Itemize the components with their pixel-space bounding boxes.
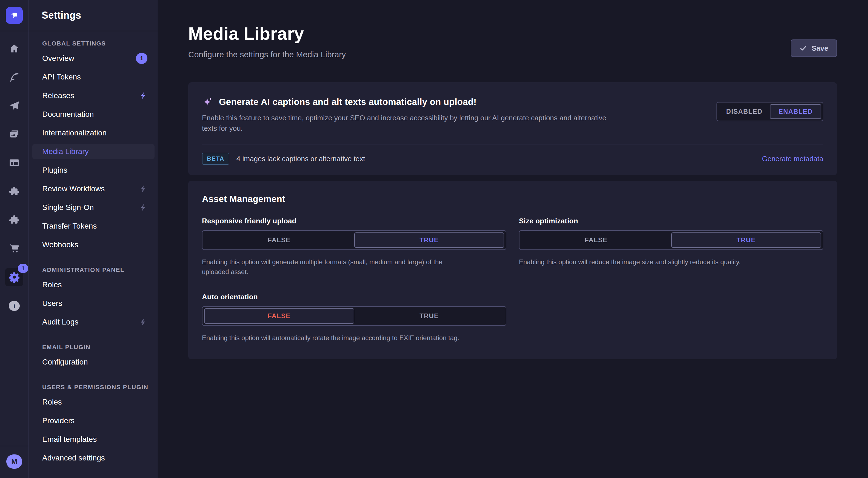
subnav-item-api-tokens[interactable]: API Tokens (32, 70, 155, 84)
user-avatar[interactable]: M (6, 454, 22, 469)
feather-icon (8, 71, 20, 83)
subnav-item-plugins[interactable]: Plugins (32, 163, 155, 178)
avatar-initial: M (11, 457, 17, 466)
subnav-item-releases[interactable]: Releases (32, 88, 155, 103)
subnav-item-email-templates[interactable]: Email templates (32, 432, 155, 447)
page-subtitle: Configure the settings for the Media Lib… (188, 50, 346, 59)
subnav-item-review-workflows[interactable]: Review Workflows (32, 181, 155, 196)
subnav-item-label: Documentation (42, 110, 94, 119)
subnav-section: GLOBAL SETTINGSOverview1API TokensReleas… (29, 40, 158, 252)
toggle-option-true[interactable]: TRUE (354, 308, 504, 324)
rail-home-button[interactable] (8, 42, 21, 55)
subnav-item-label: Audit Logs (42, 318, 79, 326)
toggle-option-false[interactable]: FALSE (204, 232, 354, 248)
lightning-bolt-icon (139, 92, 147, 100)
subnav-item-label: Overview (42, 54, 74, 63)
subnav-item-documentation[interactable]: Documentation (32, 107, 155, 122)
lightning-bolt-icon (139, 318, 147, 326)
subnav-section-label: USERS & PERMISSIONS PLUGIN (29, 384, 158, 391)
strapi-logo-icon (9, 10, 20, 21)
subnav-item-roles[interactable]: Roles (32, 395, 155, 410)
notification-count-badge: 1 (136, 53, 147, 64)
rail-puzzle-marketplace-button[interactable] (8, 213, 21, 227)
subnav-item-webhooks[interactable]: Webhooks (32, 237, 155, 252)
setting-field-size-optimization: Size optimizationFALSETRUEEnabling this … (519, 217, 823, 277)
banner-description: Enable this feature to save time, optimi… (202, 113, 608, 133)
rail-media-images-button[interactable] (8, 128, 21, 141)
save-button[interactable]: Save (791, 39, 837, 57)
banner-title: Generate AI captions and alt texts autom… (219, 97, 476, 107)
rail-feather-button[interactable] (8, 71, 21, 84)
subnav-item-label: Email templates (42, 435, 97, 444)
setting-field-auto-orientation: Auto orientationFALSETRUEEnabling this o… (202, 293, 506, 343)
asset-fields-grid: Responsive friendly uploadFALSETRUEEnabl… (202, 217, 823, 343)
subnav-item-label: Roles (42, 280, 62, 289)
paper-plane-icon (8, 100, 20, 112)
setting-field-label: Size optimization (519, 217, 823, 225)
rail-footer: M (0, 446, 29, 478)
ai-enabled-toggle: DISABLEDENABLED (716, 102, 823, 121)
setting-field-label: Responsive friendly upload (202, 217, 506, 225)
toggle-option-enabled[interactable]: ENABLED (770, 104, 821, 119)
info-icon: i (9, 301, 20, 311)
main-nav-rail: 1i M (0, 0, 29, 478)
subnav-item-users[interactable]: Users (32, 296, 155, 311)
subnav-item-label: Transfer Tokens (42, 222, 97, 231)
rail-paper-plane-button[interactable] (8, 99, 21, 112)
setting-field-label: Auto orientation (202, 293, 506, 301)
subnav-item-single-sign-on[interactable]: Single Sign-On (32, 200, 155, 215)
rail-settings-button[interactable]: 1 (5, 268, 23, 286)
subnav-item-label: Plugins (42, 166, 67, 175)
strapi-logo[interactable] (6, 7, 23, 24)
media-images-icon (8, 128, 20, 140)
rail-info-button[interactable]: i (8, 299, 21, 312)
subnav-item-label: Review Workflows (42, 184, 105, 193)
toggle-option-disabled[interactable]: DISABLED (719, 104, 770, 119)
layout-icon (8, 157, 20, 169)
rail-cart-button[interactable] (8, 242, 21, 255)
banner-divider (202, 144, 823, 144)
boolean-toggle: FALSETRUE (202, 306, 506, 326)
subnav-item-advanced-settings[interactable]: Advanced settings (32, 451, 155, 466)
subnav-section: ADMINISTRATION PANELRolesUsersAudit Logs (29, 266, 158, 329)
subnav-item-label: Providers (42, 416, 74, 425)
subnav-item-label: Advanced settings (42, 454, 105, 462)
subnav-section: USERS & PERMISSIONS PLUGINRolesProviders… (29, 384, 158, 466)
subnav-item-label: Configuration (42, 358, 88, 366)
subnav-item-audit-logs[interactable]: Audit Logs (32, 315, 155, 329)
check-icon (800, 44, 807, 52)
sparkle-icon (202, 96, 213, 108)
asset-management-title: Asset Management (202, 194, 823, 204)
setting-field-hint: Enabling this option will generate multi… (202, 257, 468, 277)
subnav-item-internationalization[interactable]: Internationalization (32, 125, 155, 140)
subnav-item-label: Releases (42, 91, 74, 100)
puzzle-icon (8, 185, 20, 197)
subnav-section-label: ADMINISTRATION PANEL (29, 266, 158, 273)
rail-puzzle-button[interactable] (8, 185, 21, 198)
setting-field-hint: Enabling this option will reduce the ima… (519, 257, 785, 267)
main-content: Media Library Configure the settings for… (158, 0, 868, 478)
subnav-item-overview[interactable]: Overview1 (32, 51, 155, 66)
gear-icon (8, 271, 20, 283)
toggle-option-false[interactable]: FALSE (521, 232, 671, 248)
settings-notification-badge: 1 (18, 264, 28, 273)
beta-badge: BETA (202, 153, 229, 165)
toggle-option-true[interactable]: TRUE (354, 232, 504, 248)
toggle-option-false[interactable]: FALSE (204, 308, 354, 324)
subnav-item-providers[interactable]: Providers (32, 413, 155, 428)
toggle-option-true[interactable]: TRUE (671, 232, 822, 248)
cart-icon (8, 243, 20, 254)
boolean-toggle: FALSETRUE (519, 230, 823, 250)
subnav-item-media-library[interactable]: Media Library (32, 144, 155, 159)
home-icon (8, 43, 20, 55)
generate-metadata-link[interactable]: Generate metadata (762, 155, 823, 163)
logo-area (0, 0, 29, 31)
subnav-item-transfer-tokens[interactable]: Transfer Tokens (32, 219, 155, 234)
rail-layout-button[interactable] (8, 156, 21, 169)
subnav-item-label: Media Library (42, 147, 89, 156)
subnav-item-configuration[interactable]: Configuration (32, 355, 155, 369)
subnav-item-label: Roles (42, 398, 62, 407)
subnav-section-label: GLOBAL SETTINGS (29, 40, 158, 47)
subnav-item-roles[interactable]: Roles (32, 277, 155, 292)
subnav-header: Settings (29, 0, 158, 31)
